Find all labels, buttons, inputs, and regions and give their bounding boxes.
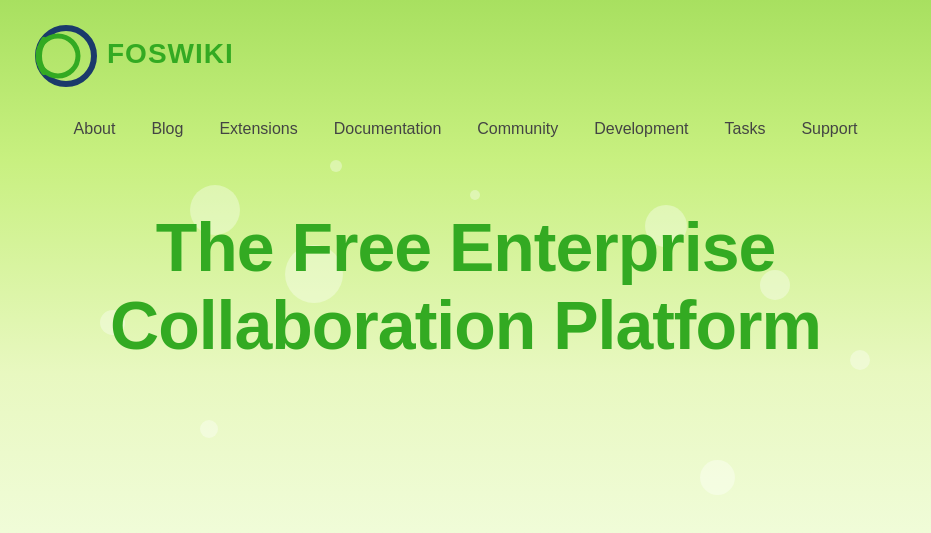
logo-text: FOSWIKI bbox=[107, 38, 234, 70]
logo[interactable]: FOSWIKI bbox=[30, 18, 234, 90]
nav-item-development[interactable]: Development bbox=[594, 120, 688, 138]
nav-item-documentation[interactable]: Documentation bbox=[334, 120, 442, 138]
nav-item-about[interactable]: About bbox=[74, 120, 116, 138]
nav-item-community[interactable]: Community bbox=[477, 120, 558, 138]
main-nav: About Blog Extensions Documentation Comm… bbox=[0, 90, 931, 148]
logo-icon bbox=[30, 18, 102, 90]
hero-title: The Free Enterprise Collaboration Platfo… bbox=[110, 208, 821, 364]
svg-point-1 bbox=[38, 36, 78, 76]
nav-item-extensions[interactable]: Extensions bbox=[219, 120, 297, 138]
hero-line-1: The Free Enterprise bbox=[110, 208, 821, 286]
nav-item-tasks[interactable]: Tasks bbox=[724, 120, 765, 138]
hero-section: The Free Enterprise Collaboration Platfo… bbox=[0, 208, 931, 364]
hero-line-2: Collaboration Platform bbox=[110, 286, 821, 364]
nav-item-blog[interactable]: Blog bbox=[151, 120, 183, 138]
nav-item-support[interactable]: Support bbox=[801, 120, 857, 138]
site-header: FOSWIKI bbox=[0, 0, 931, 90]
